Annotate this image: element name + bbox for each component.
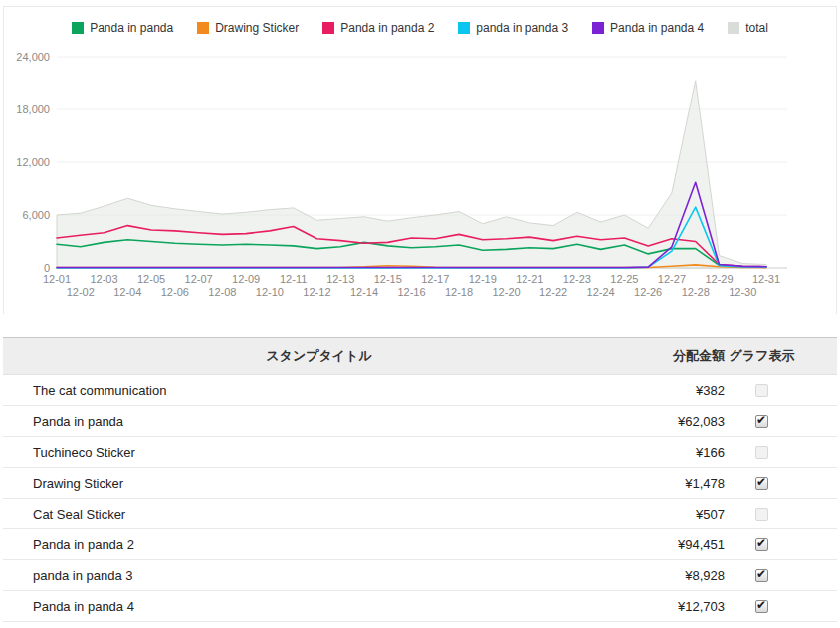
y-axis-tick-label: 6,000 <box>22 209 50 221</box>
graph-display-checkbox[interactable] <box>755 538 768 551</box>
table-row: Panda in panda 2 ¥94,451 <box>3 529 837 560</box>
x-axis-tick-label: 12-12 <box>303 286 330 298</box>
x-axis-tick-label: 12-21 <box>516 273 543 285</box>
x-axis-tick-label: 12-16 <box>397 286 425 298</box>
graph-display-checkbox[interactable] <box>755 600 768 613</box>
stamp-amount: ¥12,703 <box>605 599 725 614</box>
legend-swatch-icon <box>592 22 604 34</box>
stamp-amount: ¥62,083 <box>605 414 725 429</box>
x-axis-tick-label: 12-20 <box>492 286 520 298</box>
y-axis-tick-label: 24,000 <box>16 51 50 63</box>
legend-item: Panda in panda 4 <box>592 21 704 35</box>
x-axis-tick-label: 12-25 <box>610 273 638 285</box>
stamp-amount: ¥1,478 <box>605 476 725 491</box>
stamp-title: Panda in panda <box>3 414 605 429</box>
table-row: Panda in panda 4 ¥12,703 <box>3 591 837 622</box>
legend-label: Panda in panda 4 <box>610 21 704 35</box>
legend-item: panda in panda 3 <box>458 21 568 35</box>
x-axis-tick-label: 12-31 <box>752 273 780 285</box>
x-axis-tick-label: 12-15 <box>374 273 402 285</box>
x-axis-tick-label: 12-03 <box>90 273 117 285</box>
legend-item: Drawing Sticker <box>197 21 299 35</box>
x-axis-tick-label: 12-17 <box>421 273 449 285</box>
graph-display-checkbox[interactable] <box>755 415 768 428</box>
x-axis-tick-label: 12-30 <box>729 286 756 298</box>
x-axis-tick-label: 12-11 <box>280 273 307 285</box>
x-axis-tick-label: 12-29 <box>705 273 733 285</box>
legend-label: total <box>745 21 768 35</box>
graph-display-checkbox[interactable] <box>755 384 768 397</box>
stamp-amount: ¥8,928 <box>605 568 725 583</box>
legend-item: Panda in panda 2 <box>322 21 434 35</box>
legend-swatch-icon <box>322 22 334 34</box>
y-axis-tick-label: 18,000 <box>16 104 50 115</box>
x-axis-tick-label: 12-22 <box>539 286 567 298</box>
x-axis-tick-label: 12-19 <box>469 273 497 285</box>
stamp-amount: ¥507 <box>605 507 725 522</box>
legend-label: Panda in panda 2 <box>340 21 434 35</box>
graph-display-checkbox[interactable] <box>755 508 768 521</box>
stamp-title: Tuchineco Sticker <box>3 445 605 460</box>
graph-display-checkbox[interactable] <box>755 446 768 459</box>
x-axis-tick-label: 12-01 <box>43 273 71 285</box>
x-axis-tick-label: 12-10 <box>256 286 284 298</box>
x-axis-tick-label: 12-26 <box>634 286 662 298</box>
table-row: Panda in panda ¥62,083 <box>3 406 837 437</box>
column-header-amount: 分配金額 <box>605 347 725 365</box>
column-header-graph-display: グラフ表示 <box>725 347 799 365</box>
graph-display-checkbox[interactable] <box>755 569 768 582</box>
x-axis-tick-label: 12-07 <box>185 273 213 285</box>
column-header-stamp-title: スタンプタイトル <box>3 347 605 365</box>
y-axis-tick-label: 12,000 <box>16 156 50 168</box>
x-axis-tick-label: 12-27 <box>658 273 686 285</box>
x-axis-tick-label: 12-23 <box>563 273 591 285</box>
stamp-title: Cat Seal Sticker <box>3 507 605 522</box>
series-area-total <box>57 81 766 268</box>
legend-label: panda in panda 3 <box>476 21 568 35</box>
table-row: The cat communication ¥382 <box>3 375 837 406</box>
legend-item: total <box>728 21 768 35</box>
table-row: Cat Seal Sticker ¥507 <box>3 499 837 529</box>
sales-chart-panel: Panda in panda Drawing Sticker Panda in … <box>3 6 837 314</box>
table-row: panda in panda 3 ¥8,928 <box>3 560 837 591</box>
legend-swatch-icon <box>197 22 209 34</box>
x-axis-tick-label: 12-08 <box>208 286 236 298</box>
x-axis-tick-label: 12-05 <box>137 273 165 285</box>
stamp-title: The cat communication <box>3 383 605 398</box>
table-row: Tuchineco Sticker ¥166 <box>3 437 837 468</box>
x-axis-tick-label: 12-13 <box>326 273 354 285</box>
x-axis-tick-label: 12-28 <box>682 286 710 298</box>
x-axis-tick-label: 12-14 <box>350 286 378 298</box>
stamp-title: panda in panda 3 <box>3 568 605 583</box>
legend-swatch-icon <box>458 22 470 34</box>
sales-area-chart: 06,00012,00018,00024,00012-0112-0212-031… <box>4 7 836 314</box>
legend-swatch-icon <box>728 22 739 34</box>
table-row: Drawing Sticker ¥1,478 <box>3 468 837 499</box>
stamp-title: Panda in panda 2 <box>3 537 605 552</box>
x-axis-tick-label: 12-04 <box>113 286 141 298</box>
stamp-table: スタンプタイトル 分配金額 グラフ表示 The cat communicatio… <box>3 337 837 622</box>
stamp-amount: ¥382 <box>605 383 725 398</box>
legend-item: Panda in panda <box>72 21 173 35</box>
stamp-title: Drawing Sticker <box>3 476 605 491</box>
stamp-title: Panda in panda 4 <box>3 599 605 614</box>
legend-label: Panda in panda <box>90 21 173 35</box>
x-axis-tick-label: 12-06 <box>161 286 189 298</box>
x-axis-tick-label: 12-24 <box>587 286 615 298</box>
chart-legend: Panda in panda Drawing Sticker Panda in … <box>4 21 836 35</box>
legend-swatch-icon <box>72 22 84 34</box>
stamp-amount: ¥94,451 <box>605 537 725 552</box>
x-axis-tick-label: 12-02 <box>67 286 95 298</box>
stamp-amount: ¥166 <box>605 445 725 460</box>
table-header: スタンプタイトル 分配金額 グラフ表示 <box>3 337 837 375</box>
x-axis-tick-label: 12-18 <box>445 286 473 298</box>
graph-display-checkbox[interactable] <box>755 477 768 490</box>
x-axis-tick-label: 12-09 <box>232 273 260 285</box>
legend-label: Drawing Sticker <box>215 21 299 35</box>
